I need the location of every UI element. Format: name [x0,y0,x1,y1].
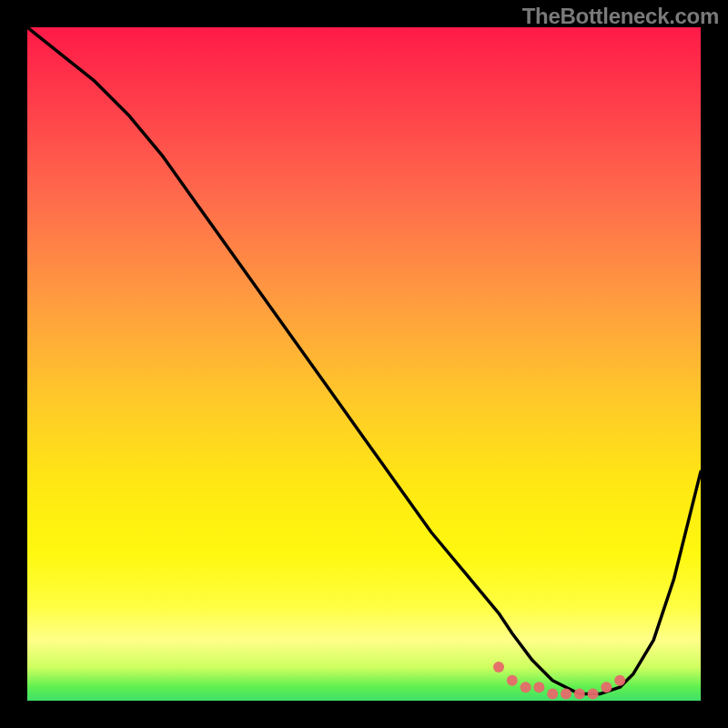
chart-frame: TheBottleneck.com [0,0,728,728]
watermark-text: TheBottleneck.com [522,4,719,29]
plot-area [27,27,701,701]
gradient-background [27,27,701,701]
